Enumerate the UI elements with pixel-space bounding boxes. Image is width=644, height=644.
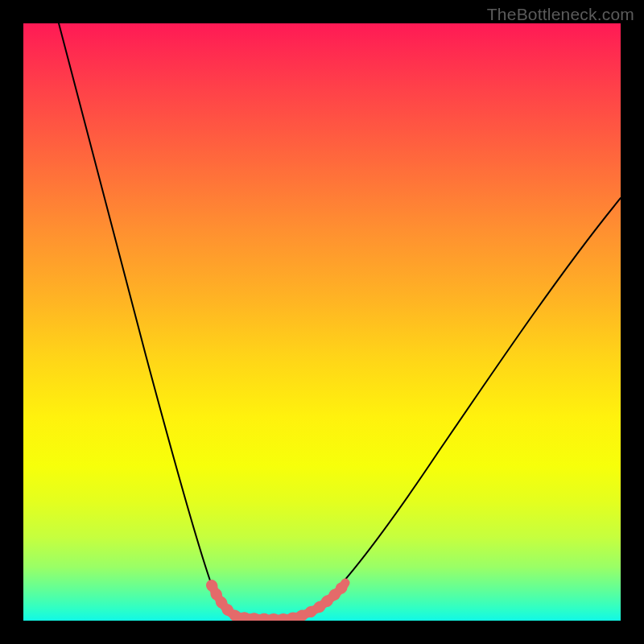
curve-highlight-fill: [212, 583, 345, 619]
curve-path: [59, 23, 621, 619]
watermark-text: TheBottleneck.com: [487, 5, 634, 24]
bottleneck-curve: [23, 23, 621, 621]
chart-plot-area: [23, 23, 621, 621]
chart-frame: TheBottleneck.com: [0, 0, 644, 644]
